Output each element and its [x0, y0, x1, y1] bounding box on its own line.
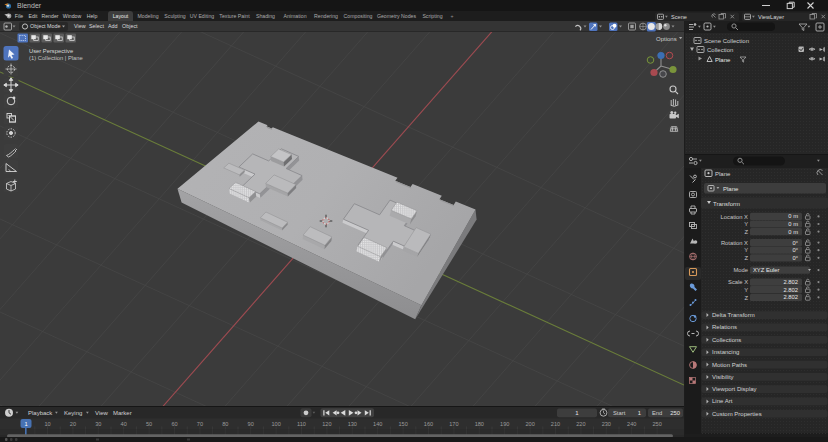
svg-text:60: 60: [171, 421, 177, 427]
svg-text:View: View: [95, 410, 109, 416]
svg-text:Z: Z: [744, 229, 748, 235]
svg-text:2.802: 2.802: [783, 287, 798, 293]
svg-text:Mode: Mode: [733, 267, 748, 273]
svg-text:Object Mode: Object Mode: [30, 23, 61, 29]
svg-text:Add: Add: [108, 23, 118, 29]
svg-text:Location X: Location X: [721, 214, 749, 220]
svg-text:2.802: 2.802: [783, 279, 798, 285]
svg-text:0 m: 0 m: [788, 229, 798, 235]
svg-text:70: 70: [197, 421, 203, 427]
svg-text:0°: 0°: [792, 247, 798, 253]
svg-text:120: 120: [322, 421, 331, 427]
svg-text:230: 230: [602, 421, 611, 427]
svg-text:50: 50: [146, 421, 152, 427]
svg-text:Collection: Collection: [707, 47, 733, 53]
svg-text:110: 110: [297, 421, 306, 427]
svg-text:Y: Y: [744, 287, 748, 293]
svg-text:0 m: 0 m: [788, 221, 798, 227]
svg-text:190: 190: [500, 421, 509, 427]
svg-text:150: 150: [398, 421, 407, 427]
svg-text:90: 90: [248, 421, 254, 427]
svg-text:Scene Collection: Scene Collection: [704, 38, 749, 44]
svg-text:Keying: Keying: [64, 410, 82, 416]
svg-text:Collections: Collections: [712, 337, 741, 343]
svg-text:Custom Properties: Custom Properties: [712, 411, 762, 417]
svg-text:Relations: Relations: [712, 324, 737, 330]
svg-text:Options: Options: [656, 36, 677, 42]
svg-text:0°: 0°: [792, 255, 798, 261]
svg-text:Select: Select: [89, 23, 104, 29]
svg-text:Instancing: Instancing: [712, 349, 739, 355]
svg-text:Delta Transform: Delta Transform: [712, 312, 755, 318]
svg-text:End: End: [652, 410, 662, 416]
svg-text:250: 250: [670, 410, 680, 416]
svg-text:Z: Z: [744, 295, 748, 301]
svg-text:(1) Collection | Plane: (1) Collection | Plane: [29, 55, 83, 61]
svg-text:Transform: Transform: [713, 201, 740, 207]
svg-text:240: 240: [627, 421, 636, 427]
svg-text:Y: Y: [744, 221, 748, 227]
svg-text:Y: Y: [744, 247, 748, 253]
svg-text:Visibility: Visibility: [712, 374, 734, 380]
svg-text:10: 10: [44, 421, 50, 427]
svg-text:Scale X: Scale X: [728, 279, 748, 285]
svg-text:2.802: 2.802: [783, 294, 798, 300]
svg-text:130: 130: [348, 421, 357, 427]
svg-text:160: 160: [424, 421, 433, 427]
svg-text:80: 80: [222, 421, 228, 427]
svg-text:Marker: Marker: [113, 410, 132, 416]
svg-text:Z: Z: [744, 255, 748, 261]
svg-text:1: 1: [638, 410, 641, 416]
svg-text:Scene: Scene: [671, 14, 687, 20]
svg-text:User Perspective: User Perspective: [29, 48, 73, 54]
svg-text:140: 140: [373, 421, 382, 427]
svg-text:ViewLayer: ViewLayer: [758, 14, 784, 20]
svg-text:1: 1: [24, 421, 27, 427]
svg-text:180: 180: [475, 421, 484, 427]
svg-text:Plane: Plane: [723, 186, 739, 192]
svg-text:Motion Paths: Motion Paths: [712, 362, 747, 368]
svg-text:210: 210: [551, 421, 560, 427]
svg-text:Line Art: Line Art: [712, 398, 733, 404]
svg-text:100: 100: [271, 421, 280, 427]
svg-text:20: 20: [70, 421, 76, 427]
svg-text:XYZ Euler: XYZ Euler: [753, 267, 779, 273]
svg-text:Plane: Plane: [715, 57, 731, 63]
svg-text:Plane: Plane: [715, 171, 731, 177]
svg-text:Object: Object: [122, 23, 138, 29]
svg-text:0°: 0°: [792, 240, 798, 246]
svg-text:30: 30: [95, 421, 101, 427]
svg-text:200: 200: [525, 421, 534, 427]
svg-text:Playback: Playback: [28, 410, 53, 416]
svg-text:250: 250: [652, 421, 661, 427]
svg-text:Rotation X: Rotation X: [721, 240, 748, 246]
svg-text:40: 40: [121, 421, 127, 427]
svg-text:220: 220: [576, 421, 585, 427]
svg-text:170: 170: [449, 421, 458, 427]
svg-text:Start: Start: [613, 410, 626, 416]
svg-text:View: View: [74, 23, 86, 29]
svg-text:Viewport Display: Viewport Display: [712, 386, 757, 392]
svg-text:0 m: 0 m: [788, 213, 798, 219]
